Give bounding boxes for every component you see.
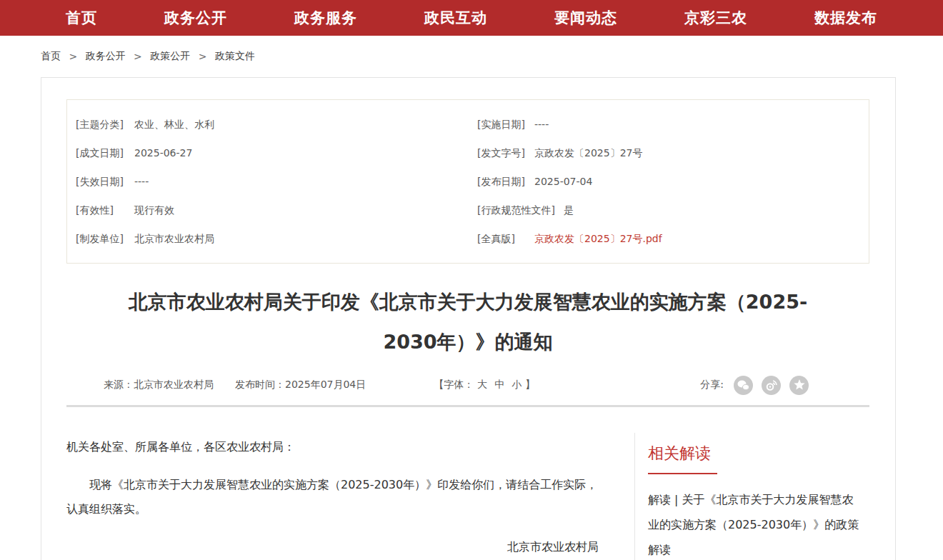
article-paragraph: 现将《北京市关于大力发展智慧农业的实施方案（2025-2030年）》印发给你们，…: [66, 473, 599, 521]
page-title: 北京市农业农村局关于印发《北京市关于大力发展智慧农业的实施方案（2025-203…: [66, 282, 869, 362]
metadata-right-column: [实施日期] ---- [发文字号] 京政农发〔2025〕27号 [发布日期] …: [467, 110, 859, 253]
breadcrumb-gov-disclosure[interactable]: 政务公开: [86, 50, 126, 61]
article-salutation: 机关各处室、所属各单位，各区农业农村局：: [66, 439, 599, 456]
breadcrumb-separator: >: [199, 51, 207, 62]
meta-label: [失效日期]: [76, 167, 126, 196]
nav-item-gov-services[interactable]: 政务服务: [294, 8, 357, 28]
meta-label: [制发单位]: [76, 224, 126, 253]
share-group: 分享:: [700, 376, 809, 395]
pdf-link[interactable]: 京政农发〔2025〕27号.pdf: [534, 224, 662, 253]
sidebar-title: 相关解读: [648, 443, 869, 464]
nav-item-news[interactable]: 要闻动态: [554, 8, 617, 28]
nav-item-data-release[interactable]: 数据发布: [814, 8, 877, 28]
meta-value: 2025-07-04: [534, 167, 592, 196]
meta-row-publish-date: [发布日期] 2025-07-04: [477, 167, 859, 196]
metadata-left-column: [主题分类] 农业、林业、水利 [成文日期] 2025-06-27 [失效日期]…: [76, 110, 467, 253]
article-source: 来源：北京市农业农村局: [104, 379, 214, 391]
related-interpretation-sidebar: 相关解读 解读 | 关于《北京市关于大力发展智慧农业的实施方案（2025-203…: [634, 433, 869, 560]
sidebar-title-underline: [648, 473, 717, 474]
meta-row-implementation-date: [实施日期] ----: [477, 110, 859, 139]
meta-row-issue-date: [成文日期] 2025-06-27: [76, 139, 467, 167]
breadcrumb-separator: >: [69, 51, 77, 62]
qzone-share-icon[interactable]: [789, 376, 809, 395]
meta-label: [成文日期]: [76, 139, 126, 167]
breadcrumb: 首页 > 政务公开 > 政策公开 > 政策文件: [41, 50, 943, 63]
article-body: 机关各处室、所属各单位，各区农业农村局： 现将《北京市关于大力发展智慧农业的实施…: [66, 407, 634, 560]
meta-label: [行政规范性文件]: [477, 196, 555, 224]
document-metadata-box: [主题分类] 农业、林业、水利 [成文日期] 2025-06-27 [失效日期]…: [66, 99, 869, 264]
content-section: 机关各处室、所属各单位，各区农业农村局： 现将《北京市关于大力发展智慧农业的实施…: [66, 407, 869, 560]
meta-row-validity: [有效性] 现行有效: [76, 196, 467, 224]
font-size-large-button[interactable]: 大: [477, 379, 487, 390]
meta-row-expiry-date: [失效日期] ----: [76, 167, 467, 196]
wechat-share-icon[interactable]: [734, 376, 753, 395]
meta-value: 现行有效: [134, 196, 174, 224]
meta-row-topic-category: [主题分类] 农业、林业、水利: [76, 110, 467, 139]
nav-item-public-interaction[interactable]: 政民互动: [424, 8, 487, 28]
breadcrumb-home[interactable]: 首页: [41, 50, 61, 61]
document-card: [主题分类] 农业、林业、水利 [成文日期] 2025-06-27 [失效日期]…: [41, 77, 896, 560]
nav-item-jingcai-sannong[interactable]: 京彩三农: [684, 8, 747, 28]
meta-value: 京政农发〔2025〕27号: [534, 139, 642, 167]
meta-value: ----: [134, 167, 149, 196]
meta-label: [有效性]: [76, 196, 126, 224]
font-switch-prefix: 【字体：: [434, 379, 474, 390]
meta-label: [实施日期]: [477, 110, 526, 139]
weibo-share-icon[interactable]: [762, 376, 781, 395]
meta-value: 农业、林业、水利: [134, 110, 214, 139]
meta-row-full-version: [全真版] 京政农发〔2025〕27号.pdf: [477, 224, 859, 253]
top-navigation: 首页 政务公开 政务服务 政民互动 要闻动态 京彩三农 数据发布: [0, 0, 943, 36]
meta-label: [发文字号]: [477, 139, 526, 167]
meta-value: 是: [564, 196, 574, 224]
font-size-switcher: 【字体：大中小】: [434, 379, 535, 391]
meta-row-issuing-unit: [制发单位] 北京市农业农村局: [76, 224, 467, 253]
font-switch-suffix: 】: [525, 379, 535, 390]
meta-label: [全真版]: [477, 224, 526, 253]
font-size-small-button[interactable]: 小: [512, 379, 522, 390]
breadcrumb-policy-disclosure[interactable]: 政策公开: [150, 50, 190, 61]
meta-value: ----: [534, 110, 549, 139]
font-size-medium-button[interactable]: 中: [494, 379, 504, 390]
nav-item-home[interactable]: 首页: [66, 8, 97, 28]
meta-value: 2025-06-27: [134, 139, 192, 167]
article-signer: 北京市农业农村局: [66, 540, 599, 555]
breadcrumb-policy-documents: 政策文件: [215, 50, 255, 61]
nav-item-gov-disclosure[interactable]: 政务公开: [164, 8, 227, 28]
article-meta-row: 来源：北京市农业农村局 发布时间：2025年07月04日 【字体：大中小】 分享…: [66, 374, 869, 396]
share-label: 分享:: [700, 379, 724, 391]
article-publish-time: 发布时间：2025年07月04日: [235, 379, 366, 391]
meta-label: [发布日期]: [477, 167, 526, 196]
meta-value: 北京市农业农村局: [134, 224, 214, 253]
breadcrumb-separator: >: [134, 51, 142, 62]
meta-row-document-number: [发文字号] 京政农发〔2025〕27号: [477, 139, 859, 167]
related-interpretation-link[interactable]: 解读 | 关于《北京市关于大力发展智慧农业的实施方案（2025-2030年）》的…: [648, 487, 862, 560]
meta-row-administrative-normative: [行政规范性文件] 是: [477, 196, 859, 224]
meta-label: [主题分类]: [76, 110, 126, 139]
